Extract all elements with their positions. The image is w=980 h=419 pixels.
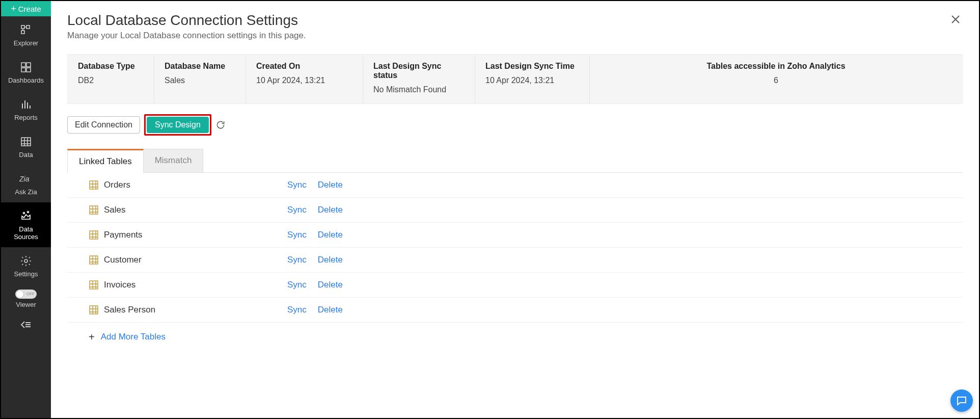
table-icon [89, 230, 99, 240]
create-button[interactable]: + Create [1, 1, 51, 16]
tab-linked-tables[interactable]: Linked Tables [67, 149, 144, 173]
info-db-name: Database Name Sales [154, 55, 246, 103]
info-value: Sales [165, 76, 235, 85]
table-row: Invoices Sync Delete [67, 273, 963, 298]
info-label: Last Design Sync status [373, 62, 465, 80]
svg-rect-13 [90, 206, 98, 214]
delete-link[interactable]: Delete [318, 305, 343, 315]
sidebar-item-label: Data [19, 151, 33, 159]
sync-design-highlight: Sync Design [144, 114, 211, 136]
info-value: No Mismatch Found [373, 85, 465, 94]
create-label: Create [18, 5, 41, 13]
table-icon [89, 280, 99, 290]
sync-link[interactable]: Sync [287, 255, 307, 265]
svg-rect-5 [21, 68, 25, 72]
viewer-toggle-block[interactable]: OFF Viewer [1, 284, 51, 315]
table-name: Orders [104, 180, 287, 190]
viewer-label: Viewer [16, 301, 36, 308]
linked-tables-list: Orders Sync Delete Sales Sync Delete Pay… [67, 173, 963, 342]
info-label: Created On [256, 62, 352, 71]
connection-info-bar: Database Type DB2 Database Name Sales Cr… [67, 54, 963, 104]
delete-link[interactable]: Delete [318, 205, 343, 215]
page-title: Local Database Connection Settings [67, 12, 306, 29]
tab-mismatch[interactable]: Mismatch [144, 149, 204, 172]
svg-rect-2 [21, 31, 24, 34]
info-value: 10 Apr 2024, 13:21 [256, 76, 352, 85]
svg-rect-1 [26, 25, 30, 29]
close-button[interactable] [948, 12, 963, 27]
sidebar-item-explorer[interactable]: Explorer [1, 16, 51, 54]
sync-link[interactable]: Sync [287, 280, 307, 290]
info-value: 10 Apr 2024, 13:21 [485, 76, 579, 85]
info-value: 6 [600, 76, 952, 85]
sidebar-item-settings[interactable]: Settings [1, 247, 51, 284]
askzia-icon: Zia [19, 172, 33, 186]
info-value: DB2 [78, 76, 144, 85]
plus-icon: + [11, 4, 16, 13]
table-name: Payments [104, 230, 287, 240]
add-more-tables-link[interactable]: Add More Tables [101, 332, 166, 342]
add-icon[interactable]: + [89, 332, 95, 342]
sidebar-item-data[interactable]: Data [1, 128, 51, 165]
table-row: Orders Sync Delete [67, 173, 963, 198]
svg-point-9 [23, 212, 25, 214]
table-icon [89, 305, 99, 315]
table-name: Invoices [104, 280, 287, 290]
toggle-state-label: OFF [26, 292, 35, 296]
table-name: Customer [104, 255, 287, 265]
page-subtitle: Manage your Local Database connection se… [67, 31, 306, 41]
sidebar-item-dashboards[interactable]: Dashboards [1, 54, 51, 91]
sync-link[interactable]: Sync [287, 305, 307, 315]
action-row: Edit Connection Sync Design [67, 114, 963, 136]
sync-link[interactable]: Sync [287, 205, 307, 215]
sidebar-item-label: Explorer [14, 40, 38, 47]
info-db-type: Database Type DB2 [68, 55, 154, 103]
info-created-on: Created On 10 Apr 2024, 13:21 [246, 55, 363, 103]
chat-fab[interactable] [950, 389, 973, 412]
sync-design-button[interactable]: Sync Design [147, 117, 209, 133]
table-row: Customer Sync Delete [67, 248, 963, 273]
sidebar-item-label: Dashboards [8, 77, 44, 85]
collapse-sidebar-button[interactable] [1, 315, 51, 335]
svg-point-10 [28, 211, 29, 213]
dashboards-icon [19, 61, 33, 74]
table-name: Sales Person [104, 305, 287, 315]
svg-rect-15 [90, 256, 98, 264]
viewer-toggle[interactable]: OFF [15, 290, 37, 299]
gear-icon [19, 254, 33, 268]
explorer-icon [19, 23, 33, 37]
info-sync-time: Last Design Sync Time 10 Apr 2024, 13:21 [475, 55, 590, 103]
info-sync-status: Last Design Sync status No Mismatch Foun… [363, 55, 475, 103]
delete-link[interactable]: Delete [318, 255, 343, 265]
sync-link[interactable]: Sync [287, 180, 307, 190]
edit-connection-button[interactable]: Edit Connection [67, 116, 140, 134]
table-icon [89, 205, 99, 215]
table-row: Payments Sync Delete [67, 223, 963, 248]
table-row: Sales Sync Delete [67, 198, 963, 223]
refresh-button[interactable] [215, 120, 226, 130]
svg-rect-12 [90, 181, 98, 189]
sidebar-item-reports[interactable]: Reports [1, 91, 51, 128]
delete-link[interactable]: Delete [318, 180, 343, 190]
svg-rect-16 [90, 281, 98, 289]
svg-point-11 [24, 259, 28, 263]
sidebar-item-label: Settings [14, 271, 38, 278]
svg-rect-17 [90, 306, 98, 314]
svg-rect-6 [26, 68, 31, 72]
tabs: Linked Tables Mismatch [67, 149, 963, 173]
sidebar-item-askzia[interactable]: Zia Ask Zia [1, 165, 51, 202]
svg-rect-4 [26, 63, 31, 67]
table-icon [89, 180, 99, 190]
info-label: Database Name [165, 62, 235, 71]
delete-link[interactable]: Delete [318, 280, 343, 290]
sync-link[interactable]: Sync [287, 230, 307, 240]
sidebar-item-label: Data Sources [14, 226, 38, 241]
info-label: Tables accessible in Zoho Analytics [600, 62, 952, 71]
collapse-icon [20, 321, 32, 329]
svg-rect-7 [21, 138, 31, 146]
sidebar: + Create Explorer Dashboards Reports [1, 1, 51, 418]
delete-link[interactable]: Delete [318, 230, 343, 240]
sidebar-item-datasources[interactable]: Data Sources [1, 202, 51, 247]
info-label: Database Type [78, 62, 144, 71]
table-row: Sales Person Sync Delete [67, 298, 963, 323]
